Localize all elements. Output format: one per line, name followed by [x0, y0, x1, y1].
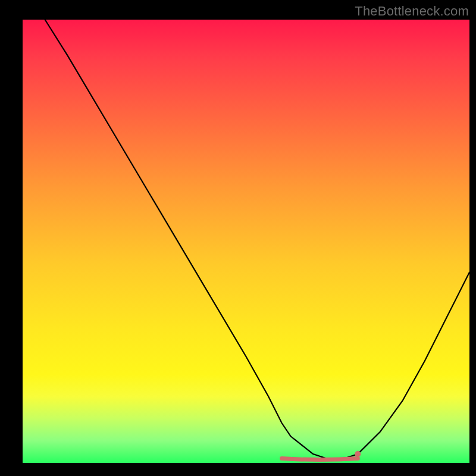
plot-area: [23, 20, 469, 463]
watermark-text: TheBottleneck.com: [355, 4, 469, 19]
chart-svg: [23, 20, 469, 463]
bottleneck-curve: [45, 20, 469, 459]
optimal-end-marker: [355, 451, 361, 457]
optimal-flat-zone: [282, 459, 358, 460]
chart-frame: TheBottleneck.com: [0, 0, 476, 476]
